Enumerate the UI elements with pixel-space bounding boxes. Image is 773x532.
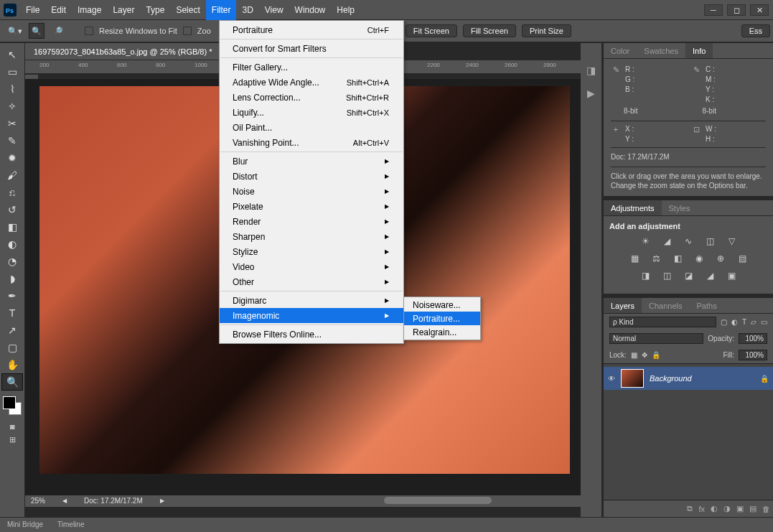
eyedropper-tool[interactable]: ✎ bbox=[1, 132, 23, 149]
exposure-icon[interactable]: ◫ bbox=[703, 236, 716, 246]
selective-icon[interactable]: ▣ bbox=[725, 271, 738, 281]
layer-thumbnail[interactable] bbox=[621, 369, 644, 388]
menuitem-sharpen[interactable]: Sharpen bbox=[220, 229, 403, 244]
menuitem-portraiture[interactable]: PortraitureCtrl+F bbox=[220, 22, 403, 37]
brush-tool[interactable]: 🖌 bbox=[1, 167, 23, 184]
screenmode-icon[interactable]: ⊞ bbox=[9, 435, 16, 444]
menu-filter[interactable]: Filter bbox=[206, 0, 237, 20]
lock-all-icon[interactable]: 🔒 bbox=[652, 351, 660, 359]
tab-styles[interactable]: Styles bbox=[662, 200, 698, 215]
filter-image-icon[interactable]: ▢ bbox=[721, 318, 727, 326]
levels-icon[interactable]: ◢ bbox=[660, 236, 673, 246]
menu-layer[interactable]: Layer bbox=[107, 0, 140, 20]
fill-value[interactable]: 100% bbox=[739, 350, 767, 360]
menuitem-video[interactable]: Video bbox=[220, 259, 403, 274]
doc-info[interactable]: Doc: 17.2M/17.2M bbox=[84, 497, 143, 505]
marquee-tool[interactable]: ▭ bbox=[1, 63, 23, 80]
minimize-button[interactable]: ─ bbox=[704, 4, 723, 16]
adjlayer-icon[interactable]: ◑ bbox=[723, 504, 731, 513]
hand-tool[interactable]: ✋ bbox=[1, 356, 23, 373]
trash-icon[interactable]: 🗑 bbox=[762, 505, 770, 513]
vibrance-icon[interactable]: ▽ bbox=[725, 236, 738, 246]
fill-screen-button[interactable]: Fill Screen bbox=[463, 24, 516, 37]
move-tool[interactable]: ↖ bbox=[1, 46, 23, 63]
menu-edit[interactable]: Edit bbox=[45, 0, 72, 20]
zoom-tool[interactable]: 🔍 bbox=[1, 373, 23, 391]
heal-tool[interactable]: ✹ bbox=[1, 149, 23, 167]
history-panel-icon[interactable]: ◨ bbox=[586, 65, 596, 76]
eraser-tool[interactable]: ◧ bbox=[1, 218, 23, 235]
quickmask-icon[interactable]: ◙ bbox=[10, 422, 15, 431]
brightness-icon[interactable]: ☀ bbox=[639, 236, 652, 246]
menuitem-imagenomic[interactable]: Imagenomic bbox=[220, 308, 403, 323]
gradient-tool[interactable]: ◐ bbox=[1, 235, 23, 253]
tab-color[interactable]: Color bbox=[604, 43, 637, 58]
newlayer-icon[interactable]: ▤ bbox=[749, 504, 756, 513]
tab-channels[interactable]: Channels bbox=[642, 298, 689, 313]
layer-row[interactable]: 👁 Background 🔒 bbox=[604, 367, 773, 390]
filter-adjust-icon[interactable]: ◐ bbox=[731, 318, 738, 326]
menuitem-distort[interactable]: Distort bbox=[220, 169, 403, 184]
bw-icon[interactable]: ◧ bbox=[671, 253, 684, 263]
lock-position-icon[interactable]: ✥ bbox=[642, 351, 647, 359]
filter-smart-icon[interactable]: ▭ bbox=[761, 318, 767, 326]
menuitem-filter-gallery-[interactable]: Filter Gallery... bbox=[220, 60, 403, 75]
path-tool[interactable]: ↗ bbox=[1, 322, 23, 339]
close-button[interactable]: ✕ bbox=[750, 4, 769, 16]
wand-tool[interactable]: ✧ bbox=[1, 98, 23, 115]
invert-icon[interactable]: ◨ bbox=[639, 271, 652, 281]
fit-screen-button[interactable]: Fit Screen bbox=[406, 24, 457, 37]
submenuitem-portraiture-[interactable]: Portraiture... bbox=[404, 312, 480, 325]
tab-timeline[interactable]: Timeline bbox=[50, 518, 91, 531]
print-size-button[interactable]: Print Size bbox=[522, 24, 571, 37]
hsl-icon[interactable]: ▦ bbox=[628, 253, 641, 263]
menuitem-liquify-[interactable]: Liquify...Shift+Ctrl+X bbox=[220, 105, 403, 120]
resize-windows-checkbox[interactable] bbox=[85, 27, 93, 35]
shape-tool[interactable]: ▢ bbox=[1, 339, 23, 356]
mask-icon[interactable]: ◐ bbox=[711, 504, 718, 513]
tab-swatches[interactable]: Swatches bbox=[637, 43, 685, 58]
poster-icon[interactable]: ◫ bbox=[660, 271, 673, 281]
menuitem-lens-correction-[interactable]: Lens Correction...Shift+Ctrl+R bbox=[220, 90, 403, 105]
tab-paths[interactable]: Paths bbox=[690, 298, 724, 313]
menu-view[interactable]: View bbox=[259, 0, 289, 20]
menu-type[interactable]: Type bbox=[140, 0, 170, 20]
zoom-all-checkbox[interactable] bbox=[183, 27, 192, 35]
menuitem-digimarc[interactable]: Digimarc bbox=[220, 293, 403, 308]
tab-info[interactable]: Info bbox=[685, 43, 713, 58]
menu-window[interactable]: Window bbox=[289, 0, 332, 20]
submenuitem-realgrain-[interactable]: Realgrain... bbox=[404, 325, 480, 339]
menu-file[interactable]: File bbox=[20, 0, 45, 20]
type-tool[interactable]: T bbox=[1, 304, 23, 322]
submenuitem-noiseware-[interactable]: Noiseware... bbox=[404, 298, 480, 312]
menuitem-other[interactable]: Other bbox=[220, 274, 403, 289]
tab-adjustments[interactable]: Adjustments bbox=[604, 200, 662, 215]
menu-image[interactable]: Image bbox=[72, 0, 107, 20]
lasso-tool[interactable]: ⌇ bbox=[1, 80, 23, 98]
link-icon[interactable]: ⧉ bbox=[687, 504, 693, 513]
color-swatch[interactable] bbox=[3, 396, 22, 415]
curves-icon[interactable]: ∿ bbox=[682, 236, 695, 246]
pen-tool[interactable]: ✒ bbox=[1, 287, 23, 304]
gradient-icon[interactable]: ◢ bbox=[703, 271, 716, 281]
zoom-tool-icon[interactable]: 🔍▾ bbox=[7, 23, 23, 39]
workspace-button[interactable]: Ess bbox=[741, 24, 770, 37]
tab-mini-bridge[interactable]: Mini Bridge bbox=[0, 518, 50, 531]
menuitem-stylize[interactable]: Stylize bbox=[220, 244, 403, 259]
zoom-percent[interactable]: 25% bbox=[31, 497, 45, 505]
menuitem-noise[interactable]: Noise bbox=[220, 184, 403, 199]
menuitem-blur[interactable]: Blur bbox=[220, 154, 403, 169]
filter-type-icon[interactable]: T bbox=[742, 318, 746, 326]
actions-panel-icon[interactable]: ▶ bbox=[587, 88, 595, 99]
history-brush-tool[interactable]: ↺ bbox=[1, 201, 23, 218]
blend-mode[interactable]: Normal bbox=[609, 333, 703, 344]
opacity-value[interactable]: 100% bbox=[739, 333, 767, 344]
menuitem-oil-paint-[interactable]: Oil Paint... bbox=[220, 120, 403, 135]
crop-tool[interactable]: ✂ bbox=[1, 115, 23, 132]
lookup-icon[interactable]: ▤ bbox=[736, 253, 749, 263]
menuitem-render[interactable]: Render bbox=[220, 214, 403, 229]
stamp-tool[interactable]: ⎌ bbox=[1, 184, 23, 201]
balance-icon[interactable]: ⚖ bbox=[650, 253, 662, 263]
dodge-tool[interactable]: ◗ bbox=[1, 270, 23, 287]
menu-select[interactable]: Select bbox=[170, 0, 205, 20]
